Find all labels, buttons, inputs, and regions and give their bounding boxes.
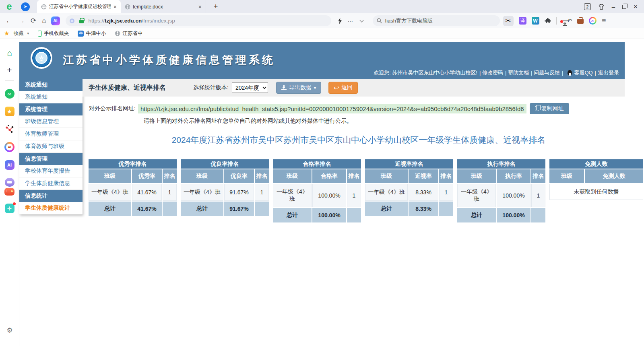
strip-ai-ring-icon[interactable]: AI [4, 142, 14, 152]
bookmark-favorites[interactable]: 收藏▾ [13, 30, 29, 37]
table-excellent-rate: 优秀率排名 班级优秀率排名 一年级《4》班41.67%1 总计41.67% [88, 159, 178, 217]
search-box[interactable] [373, 15, 500, 26]
total-rate: 8.33% [409, 202, 438, 216]
niu-icon: 牛 [78, 31, 84, 37]
menu-item-pe-teacher[interactable]: 体育教师管理 [19, 128, 83, 140]
copy-url-button[interactable]: 复制网址 [530, 103, 569, 114]
col-header-class: 班级 [457, 169, 496, 183]
bookmark-phone-folder[interactable]: 手机收藏夹 [38, 30, 69, 37]
feedback-link[interactable]: 问题与反馈 [531, 69, 560, 76]
tulip-emblem-icon [38, 54, 45, 62]
total-rank [255, 202, 269, 216]
strip-clip-icon[interactable]: ✣ [5, 204, 14, 213]
tab-template-docx[interactable]: template.docx × [121, 0, 206, 13]
table-title: 优良率排名 [181, 159, 269, 169]
cell-class: 一年级《4》班 [181, 184, 223, 201]
favorites-star-icon[interactable]: ★ [4, 30, 9, 37]
bookmark-jiangsu[interactable]: 江苏省中 [115, 30, 142, 37]
cell-rank: 1 [531, 184, 545, 207]
briefcase-icon[interactable] [577, 19, 584, 24]
paper-plane-icon[interactable]: ➤ [21, 2, 30, 11]
menu-item-teacher-class[interactable]: 体育教师与班级 [19, 140, 83, 153]
public-url-value: https://tzjk.jse.edu.cn/fms/public/stud_… [138, 104, 526, 113]
qq-service-link[interactable]: 客服QQ [574, 69, 592, 76]
col-header-rank: 排名 [531, 169, 545, 183]
back-button[interactable]: ↩ 返回 [328, 82, 358, 94]
menu-hamburger-icon[interactable]: ≡ [602, 16, 606, 25]
tab-close-icon[interactable]: × [198, 4, 202, 10]
col-header-rank: 排名 [255, 169, 269, 183]
public-url-row: 对外公示排名网址: https://tzjk.jse.edu.cn/fms/pu… [83, 103, 644, 114]
welcome-text: 欢迎您: 苏州市吴中区东山中心小学幼山校区! [374, 69, 477, 76]
word-doc-icon[interactable]: W [532, 17, 539, 25]
window-minimize-button[interactable]: – [612, 3, 615, 10]
screenshot-scissors-icon[interactable]: ✂ [503, 16, 514, 26]
refresh-icon[interactable]: ⟳ [31, 16, 36, 25]
browser-logo-icon[interactable]: e [4, 2, 14, 12]
table-exempt-count: 免测人数 班级免测人数 未获取到任何数据 [549, 159, 644, 201]
strip-home-icon[interactable]: ⌂ [7, 48, 12, 58]
version-select[interactable]: 2024年度 [232, 82, 268, 93]
forward-icon[interactable]: → [18, 17, 25, 25]
url-bar[interactable]: https://tzjk.jse.edu.cn/fms/index.jsp [66, 15, 331, 26]
logout-link[interactable]: 退出登录 [598, 69, 619, 76]
menu-item-health-info[interactable]: 学生体质健康信息 [19, 177, 83, 190]
ai-circle-icon[interactable]: AI [589, 17, 597, 25]
tab-count-badge[interactable]: 2 [584, 3, 591, 10]
table-execution-rate: 执行率排名 班级执行率排名 一年级《4》班100.00%1 总计100.00% [456, 159, 546, 223]
total-rank [347, 208, 361, 222]
strip-molecule-icon[interactable] [5, 124, 14, 134]
change-password-link[interactable]: 修改密码 [479, 69, 503, 76]
strip-ai-square-icon[interactable]: AI [5, 160, 14, 170]
menu-item-health-stats[interactable]: 学生体质健康统计 [19, 202, 83, 214]
strip-gamepad-icon[interactable] [4, 188, 14, 196]
new-tab-button[interactable]: + [211, 2, 221, 11]
extensions-puzzle-icon[interactable] [545, 18, 551, 24]
total-rate: 91.67% [224, 202, 254, 216]
screen: e ➤ 江苏省中小学健康促进校管理 × template.docx × + 2 … [0, 0, 644, 346]
table-title: 免测人数 [549, 159, 643, 169]
translate-icon[interactable]: 译 [519, 17, 526, 25]
download-badge [560, 20, 563, 23]
chevron-down-icon[interactable] [359, 18, 363, 22]
tab-active[interactable]: 江苏省中小学健康促进校管理 × [37, 0, 121, 13]
strip-link-icon[interactable]: ∞ [5, 89, 14, 99]
menu-item-system-notice[interactable]: 系统通知 [19, 91, 83, 103]
cell-rate: 91.67% [224, 184, 254, 201]
table-myopia-rate: 近视率排名 班级近视率排名 一年级《4》班8.33%1 总计8.33% [364, 159, 454, 217]
help-doc-link[interactable]: 帮助文档 [505, 69, 529, 76]
total-label: 总计 [457, 208, 496, 222]
home-icon[interactable]: ⌂ [42, 17, 46, 25]
total-label: 总计 [365, 202, 408, 216]
total-label: 总计 [89, 202, 131, 216]
strip-divider [5, 80, 14, 81]
undo-icon[interactable]: ↶ [567, 17, 572, 25]
theme-shirt-icon[interactable] [598, 4, 605, 10]
strip-robot-icon[interactable] [5, 178, 14, 187]
search-input[interactable] [385, 18, 490, 24]
bookmark-niujin[interactable]: 牛牛津中小 [78, 30, 106, 37]
copy-icon [535, 106, 539, 111]
tab-close-icon[interactable]: × [114, 4, 117, 10]
qq-penguin-icon [568, 70, 572, 76]
strip-add-icon[interactable]: + [7, 65, 12, 75]
back-icon[interactable]: ← [6, 17, 12, 25]
strip-star-icon[interactable]: ★ [5, 107, 14, 116]
window-close-button[interactable]: × [634, 3, 638, 11]
menu-item-class-info[interactable]: 班级信息管理 [19, 115, 83, 128]
strip-settings-gear-icon[interactable]: ⚙ [0, 326, 19, 335]
search-icon [377, 18, 382, 23]
caret-down-icon: ▾ [27, 31, 29, 35]
content-topbar: 学生体质健康、近视率排名 选择统计版本: 2024年度 导出数据 ▾ ↩ 返回 [83, 79, 625, 97]
menu-item-annual-report[interactable]: 学校体育年度报告 [19, 165, 83, 177]
export-data-button[interactable]: 导出数据 ▾ [276, 82, 321, 94]
table-pass-rate: 合格率排名 班级合格率排名 一年级《4》班100.00%1 总计100.00% [272, 159, 362, 223]
window-restore-button[interactable] [622, 5, 626, 9]
more-options-icon[interactable]: ⋯ [348, 18, 354, 24]
lightning-icon[interactable] [338, 18, 342, 24]
ai-assistant-icon[interactable]: AI [51, 16, 60, 25]
main-content: 学生体质健康、近视率排名 选择统计版本: 2024年度 导出数据 ▾ ↩ 返回 [83, 79, 644, 223]
page-title: 学生体质健康、近视率排名 [89, 84, 166, 92]
reader-mode-icon[interactable] [70, 19, 74, 23]
total-label: 总计 [273, 208, 312, 222]
